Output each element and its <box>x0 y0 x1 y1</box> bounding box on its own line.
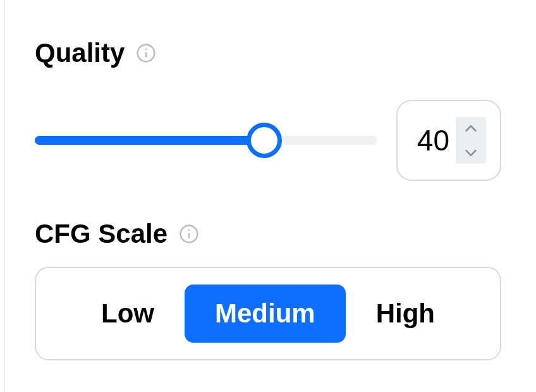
quality-slider[interactable] <box>35 136 377 145</box>
quality-label: Quality <box>35 38 125 68</box>
quality-label-row: Quality <box>35 38 501 68</box>
stepper-up[interactable] <box>456 117 486 139</box>
cfg-segmented-control: LowMediumHigh <box>35 267 501 360</box>
cfg-option-low[interactable]: Low <box>71 285 185 343</box>
slider-fill <box>35 136 264 145</box>
cfg-label: CFG Scale <box>35 219 168 249</box>
quality-slider-row: 40 <box>35 100 501 181</box>
info-icon[interactable] <box>136 43 156 63</box>
info-icon[interactable] <box>179 224 199 244</box>
cfg-label-row: CFG Scale <box>35 219 501 249</box>
cfg-option-medium[interactable]: Medium <box>185 285 346 343</box>
svg-point-4 <box>188 230 190 231</box>
stepper-down[interactable] <box>456 142 486 164</box>
cfg-section: CFG Scale LowMediumHigh <box>35 219 501 360</box>
quality-value: 40 <box>415 123 449 157</box>
slider-thumb[interactable] <box>247 123 282 158</box>
svg-point-1 <box>145 49 147 51</box>
cfg-option-high[interactable]: High <box>346 285 465 343</box>
quantity-stepper <box>456 117 486 164</box>
quality-section: Quality 40 <box>35 38 501 181</box>
quality-number-box: 40 <box>396 100 501 181</box>
